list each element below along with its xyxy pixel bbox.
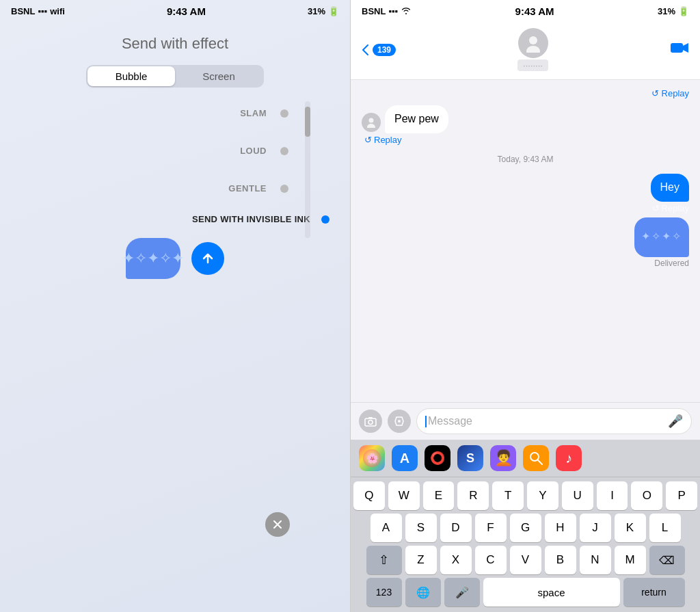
effect-label-loud: LOUD — [240, 146, 267, 156]
key-f[interactable]: F — [475, 514, 507, 542]
svg-point-3 — [369, 118, 374, 122]
shazam-icon[interactable]: S — [457, 445, 483, 471]
bubble-pew-pew: Pew pew — [385, 105, 448, 133]
key-y[interactable]: Y — [527, 481, 558, 510]
appstore-button[interactable] — [388, 410, 411, 433]
key-x[interactable]: X — [440, 546, 472, 574]
signal-icon: ▪▪▪ — [38, 6, 47, 16]
key-u[interactable]: U — [562, 481, 593, 510]
appstore-letter: A — [400, 451, 409, 466]
replay-link-pew-pew[interactable]: ↺ Replay — [364, 135, 401, 145]
svg-point-8 — [398, 420, 401, 423]
camera-button[interactable] — [359, 410, 382, 433]
carrier-left: BSNL — [11, 6, 35, 16]
effect-row-loud[interactable]: LOUD — [240, 146, 288, 156]
replay-icon-incoming: ↺ — [364, 135, 372, 145]
globe-key[interactable]: 🌐 — [405, 578, 441, 607]
bubble-ink: ✦✧✦✧ — [634, 217, 689, 257]
key-z[interactable]: Z — [405, 546, 437, 574]
key-k[interactable]: K — [615, 514, 646, 542]
avatar-person-icon — [524, 34, 543, 53]
key-m[interactable]: M — [615, 546, 646, 574]
left-status-bar: BSNL ▪▪▪ wifi 9:43 AM 31% 🔋 — [0, 0, 350, 23]
key-s[interactable]: S — [405, 514, 437, 542]
bubble-hey: Hey — [651, 174, 689, 202]
contact-name[interactable]: ········ — [517, 59, 548, 71]
key-q[interactable]: Q — [353, 481, 385, 510]
shift-key[interactable]: ⇧ — [366, 546, 402, 574]
radio-loud[interactable] — [280, 147, 288, 155]
key-t[interactable]: T — [492, 481, 524, 510]
radio-slam[interactable] — [280, 109, 288, 118]
num-key[interactable]: 123 — [366, 578, 402, 607]
right-status-bar: BSNL ▪▪▪ 9:43 AM 31% 🔋 — [351, 0, 700, 23]
svg-point-1 — [526, 46, 540, 53]
message-input[interactable]: Message 🎤 — [416, 408, 692, 434]
key-d[interactable]: D — [440, 514, 472, 542]
video-call-button[interactable] — [670, 41, 689, 59]
ink-bubble-preview: ✦✧✦✧✦ — [126, 238, 180, 279]
stars-overlay: ✦✧✦✧✦ — [126, 238, 180, 279]
svg-point-6 — [368, 420, 373, 424]
key-o[interactable]: O — [631, 481, 662, 510]
wifi-icon: wifi — [50, 6, 65, 16]
memoji-icon[interactable]: 🧑‍🦱 — [490, 445, 516, 471]
search-icon-strip[interactable] — [523, 445, 549, 471]
close-button[interactable] — [265, 512, 290, 537]
key-a[interactable]: A — [371, 514, 402, 542]
ink-stars: ✦✧✦✧ — [641, 230, 682, 244]
wifi-icon-right — [401, 6, 412, 16]
segment-control: Bubble Screen — [86, 65, 264, 88]
effect-row-slam[interactable]: SLAM — [240, 108, 288, 118]
svg-rect-5 — [365, 418, 376, 426]
appstore-strip-icon[interactable]: A — [392, 445, 418, 471]
key-e[interactable]: E — [423, 481, 455, 510]
fitness-ring: ⭕ — [430, 451, 445, 466]
key-h[interactable]: H — [545, 514, 576, 542]
mic-input-icon[interactable]: 🎤 — [668, 414, 683, 429]
replay-link-hey[interactable]: ↺ Replay — [652, 203, 689, 213]
space-key[interactable]: space — [483, 578, 620, 607]
message-placeholder: Message — [428, 415, 668, 427]
key-n[interactable]: N — [580, 546, 611, 574]
scroll-thumb — [305, 107, 310, 137]
photos-icon-svg: 🌸 — [362, 449, 381, 468]
messages-header: 139 ········ — [351, 23, 700, 80]
incoming-msg-wrapper: Pew pew — [362, 105, 448, 133]
time-left: 9:43 AM — [167, 5, 206, 17]
mic-key[interactable]: 🎤 — [444, 578, 480, 607]
music-icon-strip[interactable]: ♪ — [556, 445, 582, 471]
key-j[interactable]: J — [580, 514, 611, 542]
key-w[interactable]: W — [388, 481, 420, 510]
radio-invisible-ink[interactable] — [321, 215, 329, 224]
send-button[interactable] — [191, 242, 224, 275]
bubble-tab[interactable]: Bubble — [88, 66, 175, 86]
send-effect-title: Send with effect — [122, 35, 228, 53]
key-i[interactable]: I — [597, 481, 628, 510]
effect-label-slam: SLAM — [240, 108, 267, 118]
delete-key[interactable]: ⌫ — [649, 546, 685, 574]
back-button[interactable]: 139 — [362, 44, 396, 56]
key-c[interactable]: C — [475, 546, 507, 574]
replay-banner-top[interactable]: ↺ Replay — [362, 88, 689, 98]
battery-icon-right: 🔋 — [678, 6, 689, 16]
wifi-svg — [401, 6, 412, 14]
battery-pct-right: 31% — [658, 6, 675, 16]
replay-icon-hey: ↺ — [652, 203, 660, 213]
signal-icon-right: ▪▪▪ — [388, 6, 398, 16]
screen-tab[interactable]: Screen — [175, 66, 262, 86]
key-r[interactable]: R — [457, 481, 489, 510]
effect-row-gentle[interactable]: GENTLE — [228, 183, 288, 194]
key-v[interactable]: V — [510, 546, 541, 574]
photos-app-icon[interactable]: 🌸 — [359, 445, 385, 471]
return-key[interactable]: return — [623, 578, 685, 607]
fitness-icon[interactable]: ⭕ — [425, 445, 450, 471]
ink-stars-overlay: ✦✧✦✧ — [634, 217, 689, 257]
key-p[interactable]: P — [666, 481, 697, 510]
radio-gentle[interactable] — [280, 185, 288, 193]
messages-area: ↺ Replay Pew pew ↺ Replay Today, 9:43 AM — [351, 80, 700, 402]
key-l[interactable]: L — [649, 514, 681, 542]
invisible-ink-row[interactable]: SEND WITH INVISIBLE INK — [192, 214, 350, 224]
key-g[interactable]: G — [510, 514, 541, 542]
key-b[interactable]: B — [545, 546, 576, 574]
